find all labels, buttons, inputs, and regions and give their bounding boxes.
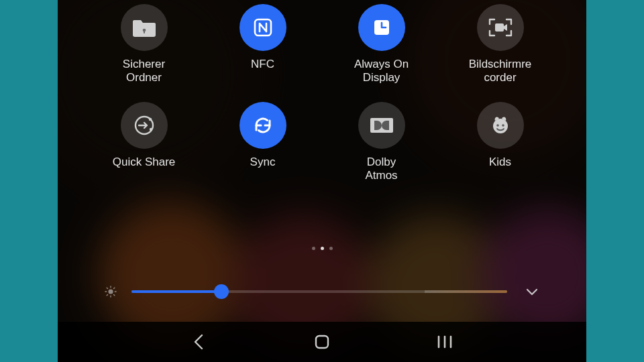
brightness-slider[interactable]: [131, 290, 507, 293]
sync-icon: [239, 102, 286, 149]
tile-secure-folder[interactable]: Sicherer Ordner: [85, 4, 203, 84]
navigation-bar: [58, 322, 586, 362]
clock-square-icon: [358, 4, 405, 51]
brightness-warm-zone: [425, 290, 507, 293]
tile-label: Kids: [489, 156, 511, 169]
tile-label: Sicherer Ordner: [123, 58, 165, 84]
brightness-fill: [131, 290, 221, 293]
tile-dolby-atmos[interactable]: Dolby Atmos: [322, 102, 441, 182]
tile-sync[interactable]: Sync: [203, 102, 322, 182]
svg-point-12: [108, 289, 113, 294]
tile-screen-recorder[interactable]: Bildschirmre corder: [441, 4, 559, 84]
expand-brightness-button[interactable]: [525, 284, 539, 299]
kids-icon: [477, 102, 524, 149]
svg-rect-4: [495, 23, 504, 32]
page-dot: [329, 247, 333, 250]
dolby-icon: [358, 102, 405, 149]
brightness-thumb[interactable]: [214, 284, 229, 299]
tile-kids[interactable]: Kids: [441, 102, 559, 182]
tile-label: Always On Display: [354, 58, 409, 84]
brightness-row: [105, 280, 539, 303]
home-button[interactable]: [313, 333, 331, 351]
tile-label: Dolby Atmos: [365, 156, 397, 182]
recents-button[interactable]: [436, 335, 453, 349]
tile-always-on-display[interactable]: Always On Display: [322, 4, 441, 84]
quick-settings-grid: Sicherer Ordner NFC Always On Display: [58, 4, 586, 182]
brightness-icon: [105, 286, 117, 298]
nfc-icon: [239, 4, 286, 51]
folder-lock-icon: [121, 4, 168, 51]
svg-point-7: [149, 128, 152, 131]
svg-rect-1: [144, 31, 145, 34]
tile-quick-share[interactable]: Quick Share: [85, 102, 203, 182]
svg-rect-13: [316, 336, 328, 348]
svg-point-9: [493, 119, 508, 133]
tile-label: Sync: [250, 156, 276, 169]
tile-label: Quick Share: [113, 156, 176, 169]
page-dot: [312, 247, 315, 250]
quick-share-icon: [121, 102, 168, 149]
quick-settings-panel: Sicherer Ordner NFC Always On Display: [58, 0, 586, 362]
tile-label: Bildschirmre corder: [469, 58, 532, 84]
svg-point-11: [502, 124, 504, 127]
screen-record-icon: [477, 4, 524, 51]
svg-point-10: [496, 124, 499, 127]
tile-nfc[interactable]: NFC: [203, 4, 322, 84]
page-indicator[interactable]: [58, 247, 586, 250]
back-button[interactable]: [191, 333, 208, 351]
page-dot-current: [321, 247, 324, 250]
svg-point-6: [148, 118, 151, 121]
tile-label: NFC: [251, 58, 274, 71]
